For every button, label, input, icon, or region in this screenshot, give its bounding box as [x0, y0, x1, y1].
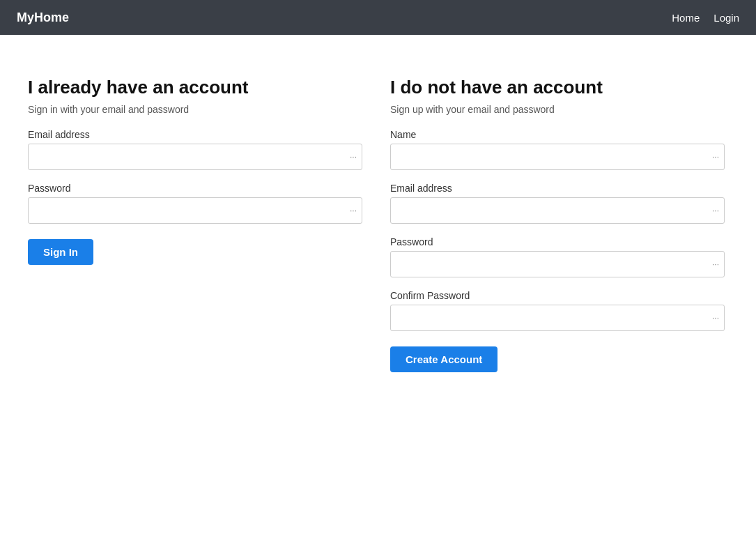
signin-password-icon: ··· — [350, 206, 357, 215]
signup-confirm-password-input[interactable] — [390, 305, 725, 331]
signup-confirm-password-label: Confirm Password — [390, 290, 725, 301]
signin-title: I already have an account — [28, 77, 362, 98]
signup-email-label: Email address — [390, 183, 725, 194]
signup-title: I do not have an account — [390, 77, 725, 98]
navbar: MyHome Home Login — [0, 0, 756, 35]
signup-password-input[interactable] — [390, 251, 725, 277]
navbar-links: Home Login — [672, 12, 739, 24]
signup-password-icon: ··· — [712, 259, 719, 269]
login-link[interactable]: Login — [713, 12, 739, 24]
signin-email-label: Email address — [28, 129, 362, 140]
signup-password-label: Password — [390, 236, 725, 247]
signup-section: I do not have an account Sign up with yo… — [390, 77, 725, 372]
signup-confirm-password-icon: ··· — [712, 313, 719, 323]
signup-name-label: Name — [390, 129, 725, 140]
signin-email-group: Email address ··· — [28, 129, 362, 170]
signup-name-wrapper: ··· — [390, 144, 725, 170]
signin-section: I already have an account Sign in with y… — [28, 77, 362, 372]
signup-email-icon: ··· — [712, 206, 719, 215]
signup-subtitle: Sign up with your email and password — [390, 104, 725, 115]
signup-password-wrapper: ··· — [390, 251, 725, 277]
signup-email-group: Email address ··· — [390, 183, 725, 224]
home-link[interactable]: Home — [672, 12, 700, 24]
signin-password-input[interactable] — [28, 197, 362, 224]
signup-confirm-password-group: Confirm Password ··· — [390, 290, 725, 331]
signup-name-input[interactable] — [390, 144, 725, 170]
signin-email-wrapper: ··· — [28, 144, 362, 170]
signup-password-group: Password ··· — [390, 236, 725, 277]
signup-email-wrapper: ··· — [390, 197, 725, 224]
signin-password-group: Password ··· — [28, 183, 362, 224]
signin-subtitle: Sign in with your email and password — [28, 104, 362, 115]
navbar-brand[interactable]: MyHome — [17, 10, 69, 25]
signin-password-wrapper: ··· — [28, 197, 362, 224]
signup-email-input[interactable] — [390, 197, 725, 224]
signin-email-input[interactable] — [28, 144, 362, 170]
main-content: I already have an account Sign in with y… — [0, 35, 756, 414]
signup-name-icon: ··· — [712, 152, 719, 162]
create-account-button[interactable]: Create Account — [390, 346, 497, 372]
signup-name-group: Name ··· — [390, 129, 725, 170]
signin-password-label: Password — [28, 183, 362, 194]
signin-button[interactable]: Sign In — [28, 239, 93, 265]
signup-confirm-password-wrapper: ··· — [390, 305, 725, 331]
signin-email-icon: ··· — [350, 152, 357, 162]
